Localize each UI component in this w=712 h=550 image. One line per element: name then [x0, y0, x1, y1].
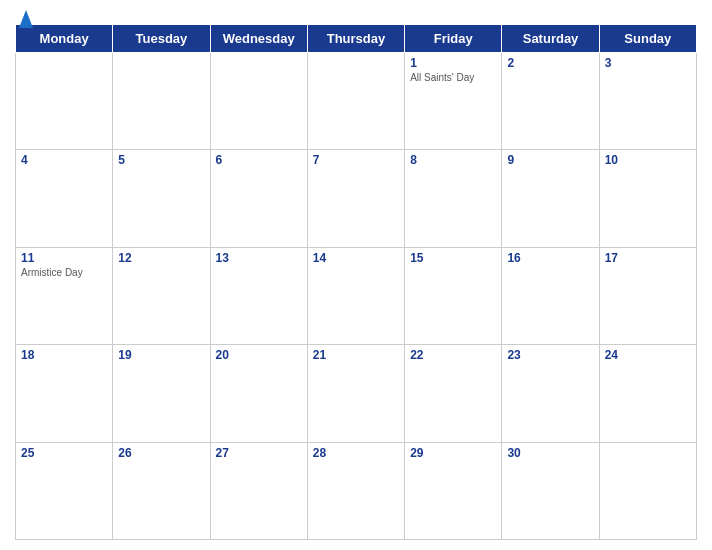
calendar-cell: 9	[502, 150, 599, 247]
calendar-cell: 25	[16, 442, 113, 539]
weekday-header-saturday: Saturday	[502, 25, 599, 53]
day-number: 16	[507, 251, 593, 265]
calendar-cell: 16	[502, 247, 599, 344]
calendar-cell: 27	[210, 442, 307, 539]
calendar-cell: 29	[405, 442, 502, 539]
day-number: 19	[118, 348, 204, 362]
calendar-cell: 21	[307, 345, 404, 442]
calendar-cell: 14	[307, 247, 404, 344]
day-number: 28	[313, 446, 399, 460]
day-number: 8	[410, 153, 496, 167]
day-event: Armistice Day	[21, 267, 107, 278]
calendar-cell: 6	[210, 150, 307, 247]
day-number: 1	[410, 56, 496, 70]
weekday-header-monday: Monday	[16, 25, 113, 53]
calendar-cell: 2	[502, 53, 599, 150]
day-number: 20	[216, 348, 302, 362]
day-number: 10	[605, 153, 691, 167]
day-number: 13	[216, 251, 302, 265]
logo-triangle-icon	[19, 10, 33, 28]
day-number: 7	[313, 153, 399, 167]
day-number: 25	[21, 446, 107, 460]
day-event: All Saints' Day	[410, 72, 496, 83]
day-number: 9	[507, 153, 593, 167]
day-number: 2	[507, 56, 593, 70]
weekday-header-sunday: Sunday	[599, 25, 696, 53]
logo	[15, 10, 33, 28]
calendar-week-row: 252627282930	[16, 442, 697, 539]
calendar-week-row: 1All Saints' Day23	[16, 53, 697, 150]
calendar-wrapper: MondayTuesdayWednesdayThursdayFridaySatu…	[0, 0, 712, 550]
day-number: 12	[118, 251, 204, 265]
day-number: 18	[21, 348, 107, 362]
day-number: 29	[410, 446, 496, 460]
calendar-cell: 19	[113, 345, 210, 442]
day-number: 24	[605, 348, 691, 362]
calendar-cell: 17	[599, 247, 696, 344]
calendar-cell: 28	[307, 442, 404, 539]
calendar-cell: 3	[599, 53, 696, 150]
day-number: 3	[605, 56, 691, 70]
calendar-header	[15, 10, 697, 18]
calendar-cell: 10	[599, 150, 696, 247]
day-number: 23	[507, 348, 593, 362]
day-number: 4	[21, 153, 107, 167]
calendar-week-row: 11Armistice Day121314151617	[16, 247, 697, 344]
calendar-week-row: 18192021222324	[16, 345, 697, 442]
calendar-cell: 7	[307, 150, 404, 247]
day-number: 6	[216, 153, 302, 167]
calendar-cell: 20	[210, 345, 307, 442]
day-number: 15	[410, 251, 496, 265]
calendar-cell	[307, 53, 404, 150]
weekday-header-tuesday: Tuesday	[113, 25, 210, 53]
day-number: 26	[118, 446, 204, 460]
calendar-cell: 4	[16, 150, 113, 247]
calendar-cell: 24	[599, 345, 696, 442]
calendar-cell: 23	[502, 345, 599, 442]
calendar-cell: 11Armistice Day	[16, 247, 113, 344]
weekday-header-row: MondayTuesdayWednesdayThursdayFridaySatu…	[16, 25, 697, 53]
day-number: 21	[313, 348, 399, 362]
calendar-cell: 18	[16, 345, 113, 442]
calendar-cell: 30	[502, 442, 599, 539]
calendar-cell	[16, 53, 113, 150]
calendar-cell	[599, 442, 696, 539]
day-number: 5	[118, 153, 204, 167]
day-number: 14	[313, 251, 399, 265]
day-number: 30	[507, 446, 593, 460]
calendar-week-row: 45678910	[16, 150, 697, 247]
calendar-cell: 13	[210, 247, 307, 344]
calendar-cell: 26	[113, 442, 210, 539]
calendar-cell: 8	[405, 150, 502, 247]
day-number: 17	[605, 251, 691, 265]
calendar-cell: 22	[405, 345, 502, 442]
calendar-cell: 12	[113, 247, 210, 344]
day-number: 27	[216, 446, 302, 460]
calendar-cell	[210, 53, 307, 150]
day-number: 22	[410, 348, 496, 362]
day-number: 11	[21, 251, 107, 265]
calendar-cell: 1All Saints' Day	[405, 53, 502, 150]
weekday-header-thursday: Thursday	[307, 25, 404, 53]
calendar-cell: 5	[113, 150, 210, 247]
calendar-table: MondayTuesdayWednesdayThursdayFridaySatu…	[15, 24, 697, 540]
weekday-header-friday: Friday	[405, 25, 502, 53]
calendar-cell	[113, 53, 210, 150]
weekday-header-wednesday: Wednesday	[210, 25, 307, 53]
calendar-cell: 15	[405, 247, 502, 344]
